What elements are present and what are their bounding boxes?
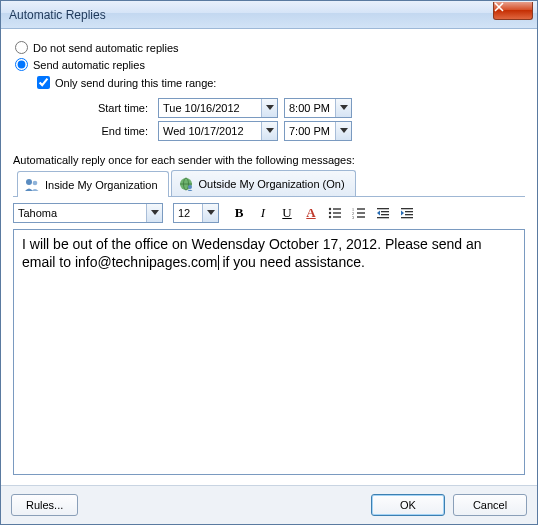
svg-point-8 bbox=[329, 212, 331, 214]
svg-rect-24 bbox=[405, 214, 413, 215]
tabs: Inside My Organization Outside My Organi… bbox=[13, 170, 525, 197]
titlebar: Automatic Replies bbox=[1, 1, 537, 29]
tab-outside-label: Outside My Organization (On) bbox=[199, 178, 345, 190]
bold-button[interactable]: B bbox=[229, 203, 249, 223]
globe-people-icon bbox=[178, 176, 194, 192]
radio-send-input[interactable] bbox=[15, 58, 28, 71]
chevron-down-icon bbox=[340, 128, 348, 134]
section-label: Automatically reply once for each sender… bbox=[13, 154, 525, 166]
svg-rect-7 bbox=[333, 208, 341, 209]
svg-rect-19 bbox=[381, 211, 389, 212]
chevron-down-icon bbox=[207, 210, 215, 216]
chevron-down-icon bbox=[266, 105, 274, 111]
bulleted-list-icon bbox=[328, 206, 342, 220]
svg-point-0 bbox=[26, 179, 32, 185]
svg-point-5 bbox=[188, 185, 192, 189]
start-date-value: Tue 10/16/2012 bbox=[163, 102, 240, 114]
font-color-button[interactable]: A bbox=[301, 203, 321, 223]
svg-text:3: 3 bbox=[352, 215, 354, 220]
svg-rect-25 bbox=[401, 217, 413, 218]
svg-rect-21 bbox=[377, 217, 389, 218]
tab-inside-org[interactable]: Inside My Organization bbox=[17, 171, 169, 197]
radio-send-label: Send automatic replies bbox=[33, 59, 145, 71]
end-time-value: 7:00 PM bbox=[289, 125, 330, 137]
increase-indent-button[interactable] bbox=[397, 203, 417, 223]
radio-dont-send-label: Do not send automatic replies bbox=[33, 42, 179, 54]
svg-rect-18 bbox=[377, 208, 389, 209]
close-button[interactable] bbox=[493, 2, 533, 20]
tab-outside-org[interactable]: Outside My Organization (On) bbox=[171, 170, 356, 196]
svg-point-10 bbox=[329, 216, 331, 218]
check-only-send-label: Only send during this time range: bbox=[55, 77, 216, 89]
radio-send[interactable]: Send automatic replies bbox=[13, 58, 525, 71]
radio-dont-send[interactable]: Do not send automatic replies bbox=[13, 41, 525, 54]
size-combo[interactable]: 12 bbox=[173, 203, 219, 223]
svg-rect-17 bbox=[357, 216, 365, 217]
svg-point-6 bbox=[329, 208, 331, 210]
cancel-button[interactable]: Cancel bbox=[453, 494, 527, 516]
end-date-value: Wed 10/17/2012 bbox=[163, 125, 244, 137]
bulleted-list-button[interactable] bbox=[325, 203, 345, 223]
start-time-label: Start time: bbox=[83, 102, 158, 114]
underline-button[interactable]: U bbox=[277, 203, 297, 223]
end-date-dropdown[interactable] bbox=[261, 122, 277, 140]
start-date-combo[interactable]: Tue 10/16/2012 bbox=[158, 98, 278, 118]
start-date-dropdown[interactable] bbox=[261, 99, 277, 117]
message-editor[interactable]: I will be out of the office on Wedensday… bbox=[13, 229, 525, 475]
svg-rect-11 bbox=[333, 216, 341, 217]
start-time-dropdown[interactable] bbox=[335, 99, 351, 117]
svg-rect-13 bbox=[357, 208, 365, 209]
numbered-list-icon: 1 2 3 bbox=[352, 206, 366, 220]
dialog-footer: Rules... OK Cancel bbox=[1, 485, 537, 524]
font-value: Tahoma bbox=[18, 207, 57, 219]
svg-rect-22 bbox=[401, 208, 413, 209]
format-toolbar: Tahoma 12 B I U A bbox=[13, 197, 525, 229]
svg-rect-15 bbox=[357, 212, 365, 213]
chevron-down-icon bbox=[340, 105, 348, 111]
start-time-combo[interactable]: 8:00 PM bbox=[284, 98, 352, 118]
size-dropdown[interactable] bbox=[202, 204, 218, 222]
check-only-send[interactable]: Only send during this time range: bbox=[37, 76, 525, 89]
numbered-list-button[interactable]: 1 2 3 bbox=[349, 203, 369, 223]
ok-button[interactable]: OK bbox=[371, 494, 445, 516]
chevron-down-icon bbox=[266, 128, 274, 134]
font-dropdown[interactable] bbox=[146, 204, 162, 222]
close-icon bbox=[494, 2, 504, 12]
end-time-combo[interactable]: 7:00 PM bbox=[284, 121, 352, 141]
window-title: Automatic Replies bbox=[9, 8, 106, 22]
indent-icon bbox=[400, 206, 414, 220]
start-time-value: 8:00 PM bbox=[289, 102, 330, 114]
editor-text-after: if you need assistance. bbox=[219, 254, 365, 270]
svg-rect-20 bbox=[381, 214, 389, 215]
people-inside-icon bbox=[24, 177, 40, 193]
radio-dont-send-input[interactable] bbox=[15, 41, 28, 54]
rules-button[interactable]: Rules... bbox=[11, 494, 78, 516]
end-time-dropdown[interactable] bbox=[335, 122, 351, 140]
tab-inside-label: Inside My Organization bbox=[45, 179, 158, 191]
italic-button[interactable]: I bbox=[253, 203, 273, 223]
size-value: 12 bbox=[178, 207, 190, 219]
chevron-down-icon bbox=[151, 210, 159, 216]
svg-rect-23 bbox=[405, 211, 413, 212]
check-only-send-input[interactable] bbox=[37, 76, 50, 89]
outdent-icon bbox=[376, 206, 390, 220]
font-combo[interactable]: Tahoma bbox=[13, 203, 163, 223]
end-date-combo[interactable]: Wed 10/17/2012 bbox=[158, 121, 278, 141]
decrease-indent-button[interactable] bbox=[373, 203, 393, 223]
svg-rect-9 bbox=[333, 212, 341, 213]
end-time-label: End time: bbox=[83, 125, 158, 137]
svg-point-1 bbox=[33, 180, 38, 185]
